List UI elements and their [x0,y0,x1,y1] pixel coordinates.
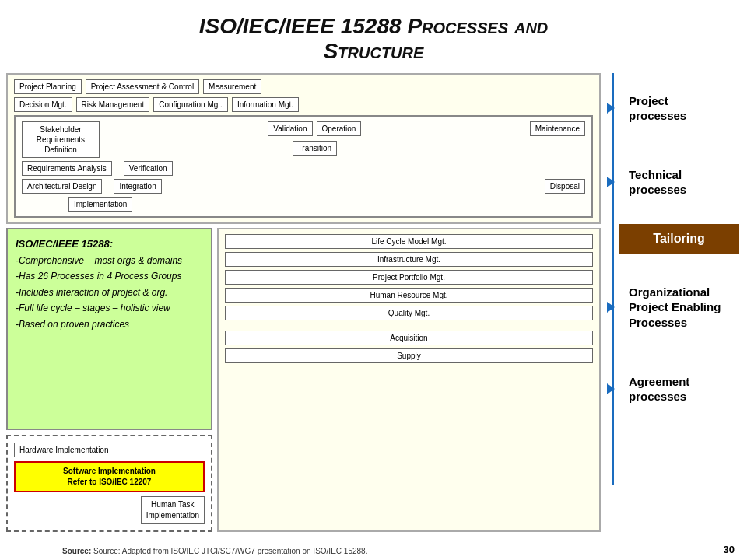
bottom-section: ISO/IEC/IEEE 15288: -Comprehensive – mos… [6,228,601,532]
page-number: 30 [724,544,735,555]
sidebar-project-processes: Projectprocesses [607,73,739,143]
page-title: ISO/IEC/IEEE 15288 Processes andStructur… [0,0,747,73]
page: ISO/IEC/IEEE 15288 Processes andStructur… [0,0,747,560]
arch-design-box: Architectural Design [22,179,102,194]
left-bottom: ISO/IEC/IEEE 15288: -Comprehensive – mos… [6,228,212,532]
project-planning-box: Project Planning [14,79,82,94]
project-portfolio-box: Project Portfolio Mgt. [225,270,593,285]
tech-row-3: Architectural Design Integration Disposa… [22,179,585,194]
arrow-agreement [607,383,615,394]
operation-box: Operation [317,121,362,136]
supply-box: Supply [225,348,593,363]
stakeholder-req-box: StakeholderRequirementsDefinition [22,121,100,158]
arrow-project [607,103,615,114]
integration-box: Integration [114,179,161,194]
info-mgt-box: Information Mgt. [232,97,299,112]
measurement-box: Measurement [203,79,261,94]
tech-row-2: Requirements Analysis Verification [22,161,585,176]
hardware-impl-box: Hardware Implementation [14,443,114,457]
info-box: ISO/IEC/IEEE 15288: -Comprehensive – mos… [6,228,212,430]
proc-row-2: Decision Mgt. Risk Management Configurat… [14,97,593,112]
info-point-2: -Has 26 Processes in 4 Process Groups [16,268,203,284]
risk-mgmt-box: Risk Management [76,97,150,112]
req-analysis-box: Requirements Analysis [22,161,112,176]
info-point-4: -Full life cycle – stages – holistic vie… [16,300,203,316]
agreement-label: Agreementprocesses [622,374,689,404]
arrow-org [607,302,615,313]
sidebar-agreement: Agreementprocesses [607,358,739,420]
transition-box: Transition [293,141,338,156]
org-processes-box: Life Cycle Model Mgt. Infrastructure Mgt… [217,228,601,532]
validation-box: Validation [268,121,312,136]
tech-row-4: Implementation [22,197,585,212]
source-text: Source: Source: Adapted from ISO/IEC JTC… [62,547,367,555]
diagram-area: Project Planning Project Assessment & Co… [6,73,601,532]
org-enabling-label: OrganizationalProject EnablingProcesses [622,285,721,331]
proc-row-1: Project Planning Project Assessment & Co… [14,79,593,94]
info-point-1: -Comprehensive – most orgs & domains [16,253,203,268]
sidebar-technical-processes: Technicalprocesses [607,143,739,221]
project-processes-box: Project Planning Project Assessment & Co… [6,73,601,224]
project-assessment-box: Project Assessment & Control [86,79,199,94]
right-sidebar: Projectprocesses Technicalprocesses Tail… [607,73,739,532]
config-mgt-box: Configuration Mgt. [153,97,228,112]
technical-processes-inner: StakeholderRequirementsDefinition Valida… [14,115,593,218]
impl-dashed-box: Hardware Implementation Software Impleme… [6,435,212,532]
maintenance-box: Maintenance [530,121,585,136]
implementation-box: Implementation [68,197,132,212]
disposal-box: Disposal [545,179,585,194]
lifecycle-model-box: Life Cycle Model Mgt. [225,234,593,249]
human-task-box: Human TaskImplementation [141,496,205,524]
decision-mgt-box: Decision Mgt. [14,97,72,112]
info-point-3: -Includes interaction of project & org. [16,285,203,300]
tailoring-box: Tailoring [619,224,739,254]
sidebar-org-enabling: OrganizationalProject EnablingProcesses [607,257,739,358]
infrastructure-mgt-box: Infrastructure Mgt. [225,252,593,267]
tech-row-1: StakeholderRequirementsDefinition Valida… [22,121,585,158]
human-resource-box: Human Resource Mgt. [225,288,593,303]
quality-mgt-box: Quality Mgt. [225,306,593,320]
verification-box: Verification [124,161,173,176]
info-title: ISO/IEC/IEEE 15288: [16,236,203,253]
arrow-technical [607,177,615,187]
acquisition-box: Acquisition [225,331,593,345]
project-processes-label: Projectprocesses [622,93,686,124]
software-impl-box: Software ImplementationRefer to ISO/IEC … [14,461,205,492]
info-point-5: -Based on proven practices [16,317,203,332]
technical-processes-label: Technicalprocesses [622,167,686,198]
blue-vertical-line [612,73,614,485]
